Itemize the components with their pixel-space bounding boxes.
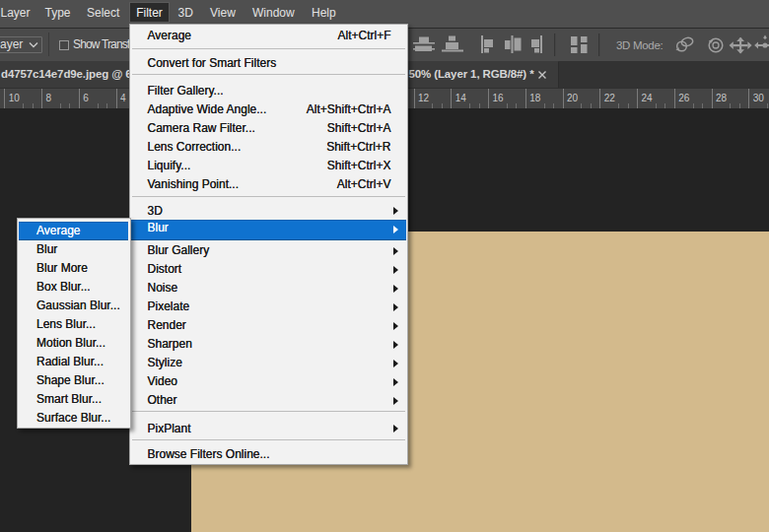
svg-text:3D Mode:: 3D Mode: bbox=[616, 39, 664, 51]
